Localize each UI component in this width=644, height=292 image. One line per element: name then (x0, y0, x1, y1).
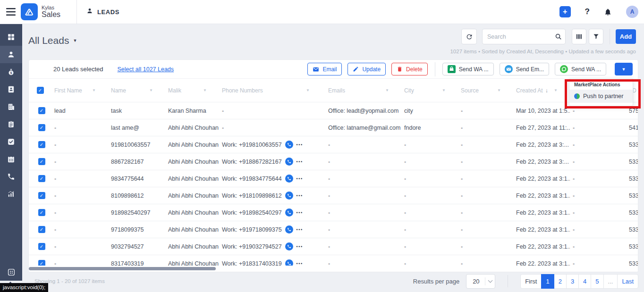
column-menu-caret-icon[interactable]: ▼ (442, 88, 446, 92)
delete-button[interactable]: Delete (391, 63, 428, 75)
refresh-button[interactable] (461, 29, 477, 44)
send-email-app-button[interactable]: Send Em... (500, 63, 549, 75)
brand-name: Kylas Sales (42, 5, 60, 19)
help-icon[interactable]: ? (585, 7, 590, 17)
table-body: ✓ lead task Karan Sharma - ••• Office: l… (29, 102, 638, 272)
cell-first-name: - (51, 243, 108, 250)
cell-created-at: Feb 22, 2023 at 3:... (513, 142, 570, 148)
cell-created-at: Feb 22, 2023 at 3:1... (513, 243, 570, 250)
more-phone-actions-icon[interactable]: ••• (297, 193, 303, 198)
update-button[interactable]: Update (347, 63, 386, 75)
column-menu-caret-icon[interactable]: ▼ (554, 88, 558, 92)
horizontal-scrollbar-thumb[interactable] (29, 267, 216, 270)
table-row[interactable]: ✓ - 918982540297 Abhi Abhi Chouhan Work:… (29, 204, 638, 221)
sidebar-item-calls[interactable] (0, 168, 22, 185)
call-icon[interactable] (285, 242, 293, 250)
filter-button[interactable] (589, 29, 603, 44)
sidebar-item-meetings[interactable] (0, 150, 22, 168)
notifications-bell-icon[interactable] (604, 8, 612, 16)
page-button-3[interactable]: 3 (566, 274, 579, 289)
send-wa-app-button-2[interactable]: Send WA ... (555, 63, 606, 75)
row-checkbox[interactable]: ✓ (38, 141, 45, 148)
call-icon[interactable] (285, 192, 293, 200)
sidebar-item-marketplace[interactable] (0, 263, 22, 281)
call-icon[interactable] (285, 175, 293, 183)
table-row[interactable]: ✓ - last ame@ Abhi Abhi Chouhan - ••• Of… (29, 119, 638, 136)
sidebar-item-dashboard[interactable] (0, 28, 22, 46)
column-header-created-at[interactable]: Created At↓▼ (513, 87, 570, 94)
table-row[interactable]: ✓ - 9718099375 Abhi Abhi Chouhan Work: +… (29, 221, 638, 238)
sidebar-item-contacts[interactable] (0, 81, 22, 98)
row-checkbox[interactable]: ✓ (38, 107, 45, 114)
page-button-first[interactable]: First (520, 274, 542, 289)
email-button[interactable]: Email (307, 63, 342, 75)
table-row[interactable]: ✓ - 9834775644 Abhi Abhi Chouhan Work: +… (29, 170, 638, 187)
table-row[interactable]: ✓ - 9032794527 Abhi Abhi Chouhan Work: +… (29, 238, 638, 255)
row-checkbox[interactable]: ✓ (38, 158, 45, 165)
page-button-4[interactable]: 4 (578, 274, 591, 289)
column-header-first-name[interactable]: First Name▼ (51, 87, 108, 94)
more-phone-actions-icon[interactable]: ••• (297, 142, 303, 147)
page-button-1[interactable]: 1 (541, 274, 554, 289)
search-input[interactable] (482, 29, 566, 44)
page-button-2[interactable]: 2 (554, 274, 567, 289)
push-to-partner-item[interactable]: Push to partner (569, 90, 633, 103)
add-lead-button[interactable]: Add (616, 29, 636, 44)
column-header-city[interactable]: City▼ (401, 87, 458, 94)
row-checkbox[interactable]: ✓ (38, 209, 45, 216)
row-checkbox[interactable]: ✓ (38, 124, 45, 131)
sidebar-item-reports[interactable] (0, 185, 22, 203)
more-phone-actions-icon[interactable]: ••• (297, 159, 303, 164)
select-all-link[interactable]: Select all 1027 Leads (118, 66, 174, 73)
table-row[interactable]: ✓ - 919810063557 Abhi Abhi Chouhan Work:… (29, 136, 638, 153)
user-avatar[interactable]: A (626, 6, 638, 18)
table-row[interactable]: ✓ - 8867282167 Abhi Abhi Chouhan Work: +… (29, 153, 638, 170)
sidebar-item-products[interactable] (0, 116, 22, 133)
call-icon[interactable] (285, 158, 293, 166)
column-menu-caret-icon[interactable]: ▼ (203, 88, 207, 92)
column-header-malik[interactable]: Malik▼ (165, 87, 219, 94)
sidebar-item-tasks[interactable] (0, 133, 22, 150)
more-phone-actions-icon[interactable]: ••• (297, 227, 303, 232)
more-phone-actions-icon[interactable]: ••• (297, 210, 303, 215)
table-row[interactable]: ✓ - 8109898612 Abhi Abhi Chouhan Work: +… (29, 187, 638, 204)
select-all-checkbox[interactable]: ✓ (37, 87, 44, 94)
page-button-last[interactable]: Last (617, 274, 638, 289)
search-box (482, 29, 566, 44)
call-icon[interactable] (285, 225, 293, 234)
more-phone-actions-icon[interactable]: ••• (297, 176, 303, 181)
column-header-source[interactable]: Source▼ (458, 87, 513, 94)
page-size-select[interactable]: 20 (466, 274, 495, 289)
row-checkbox[interactable]: ✓ (38, 175, 45, 182)
more-phone-actions-icon[interactable]: ••• (297, 261, 303, 266)
column-menu-caret-icon[interactable]: ▼ (385, 88, 389, 92)
page-button-...[interactable]: ... (603, 274, 618, 289)
table-row[interactable]: ✓ lead task Karan Sharma - ••• Office: l… (29, 102, 638, 119)
send-wa-app-button-1[interactable]: Send WA ... (442, 63, 494, 75)
column-header-emails[interactable]: Emails▼ (322, 87, 401, 94)
manage-columns-button[interactable] (572, 29, 586, 44)
column-menu-caret-icon[interactable]: ▼ (497, 88, 501, 92)
column-header-name[interactable]: Name▼ (108, 87, 165, 94)
page-button-5[interactable]: 5 (591, 274, 603, 289)
column-header-phone-numbers[interactable]: Phone Numbers▼ (219, 87, 322, 94)
cell-first-name: - (51, 159, 108, 165)
view-selector[interactable]: All Leads ▼ (28, 35, 77, 46)
row-checkbox[interactable]: ✓ (38, 226, 45, 233)
call-icon[interactable] (285, 141, 293, 149)
quick-add-button[interactable]: + (559, 6, 571, 17)
column-menu-caret-icon[interactable]: ▼ (149, 88, 153, 92)
row-checkbox[interactable]: ✓ (38, 192, 45, 199)
sidebar-item-deals[interactable]: $ (0, 63, 22, 81)
column-menu-caret-icon[interactable]: ▼ (92, 88, 96, 92)
more-phone-actions-icon[interactable]: ••• (297, 244, 303, 249)
hamburger-menu-icon[interactable] (6, 8, 16, 16)
call-icon[interactable] (285, 209, 293, 217)
module-tab-leads[interactable]: LEADS (86, 8, 119, 16)
sidebar-item-companies[interactable] (0, 98, 22, 116)
row-checkbox[interactable]: ✓ (38, 243, 45, 250)
cell-source: - (458, 125, 513, 131)
column-menu-caret-icon[interactable]: ▼ (306, 88, 310, 92)
sidebar-item-leads[interactable] (0, 46, 22, 63)
more-actions-dropdown-button[interactable]: ▼ (615, 63, 633, 75)
